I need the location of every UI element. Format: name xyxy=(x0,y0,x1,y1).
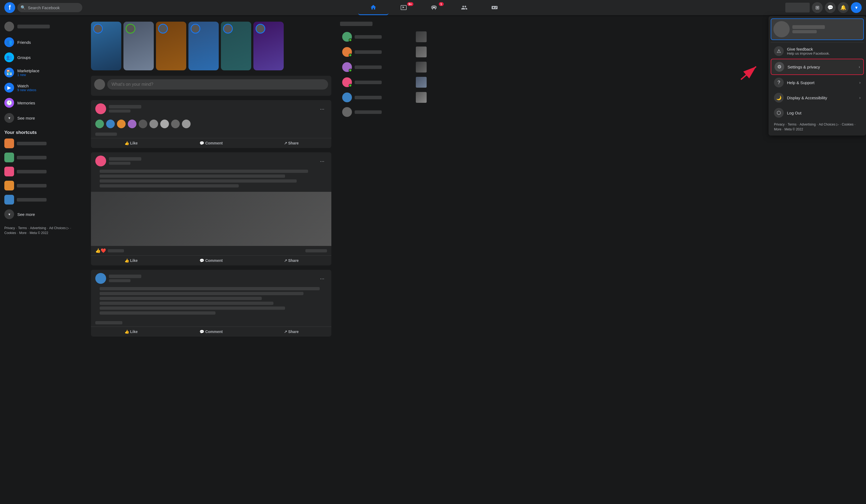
shortcut-item-2[interactable] xyxy=(2,150,85,164)
reactions-count-3 xyxy=(95,321,122,324)
shortcuts-see-more-button[interactable]: ▾ See more xyxy=(2,207,85,222)
shortcut-name-5 xyxy=(17,198,46,202)
post-avatar-1 xyxy=(95,103,106,114)
contact-item-4[interactable] xyxy=(340,75,429,90)
post-share-button-3[interactable]: ↗ Share xyxy=(251,327,331,336)
post-comment-button-1[interactable]: 💬 Comment xyxy=(171,138,251,148)
sidebar-item-friends[interactable]: 👥 Friends xyxy=(2,35,85,50)
contact-item-1[interactable] xyxy=(340,29,429,44)
sidebar-item-memories[interactable]: 🕐 Memories xyxy=(2,95,85,110)
top-navigation: f 🔍 Search Facebook 9+ 1 ⊞ 💬 🔔 ▾ xyxy=(0,0,433,15)
post-reactions-1 xyxy=(91,130,331,138)
footer-adchoices-link[interactable]: Ad Choices ▷ xyxy=(49,226,69,230)
post-content-3b xyxy=(100,292,303,295)
nav-marketplace-button[interactable]: 1 xyxy=(419,0,433,15)
contact-item-3[interactable] xyxy=(340,59,429,75)
post-like-button-2[interactable]: 👍 Like xyxy=(91,256,171,265)
post-comment-button-2[interactable]: 💬 Comment xyxy=(171,256,251,265)
shortcuts-section-title: Your shortcuts xyxy=(2,128,85,136)
contact-item-5[interactable] xyxy=(340,90,429,105)
main-layout: 👥 Friends 👥 Groups 🏪 Marketplace 1 new ▶… xyxy=(0,15,433,504)
post-content-3d xyxy=(100,302,274,305)
footer-privacy-link[interactable]: Privacy xyxy=(4,226,15,230)
post-author-1 xyxy=(109,105,141,108)
shortcut-item-1[interactable] xyxy=(2,136,85,150)
post-options-1[interactable]: ··· xyxy=(317,104,327,114)
contact-thumb-2 xyxy=(416,47,426,57)
post-author-3 xyxy=(109,275,141,278)
nav-home-button[interactable] xyxy=(358,0,388,15)
story-card-1[interactable] xyxy=(91,22,121,70)
story-card-6[interactable] xyxy=(253,22,284,70)
story-card-3[interactable] xyxy=(156,22,186,70)
footer-more-link[interactable]: More xyxy=(19,231,26,235)
shortcut-name-2 xyxy=(17,156,46,159)
contact-name-6 xyxy=(355,110,382,114)
footer-advertising-link[interactable]: Advertising xyxy=(30,226,46,230)
group-avatar-1 xyxy=(95,119,104,128)
feed-area: ··· 👍 Like 💬 Comment ↗ xyxy=(87,15,336,504)
online-indicator-3 xyxy=(349,69,352,72)
sidebar-left: 👥 Friends 👥 Groups 🏪 Marketplace 1 new ▶… xyxy=(0,15,87,504)
sidebar-watch-label: Watch xyxy=(17,83,36,88)
story-card-4[interactable] xyxy=(188,22,219,70)
nav-watch-button[interactable]: 9+ xyxy=(388,0,419,15)
shortcuts-chevron-icon: ▾ xyxy=(4,209,14,219)
shortcut-name-1 xyxy=(17,142,46,145)
shortcut-name-4 xyxy=(17,184,46,187)
nav-left: f 🔍 Search Facebook xyxy=(4,2,82,13)
reaction-emoji-2: 👍❤️ xyxy=(95,248,106,253)
sidebar-groups-label: Groups xyxy=(17,55,31,60)
shortcut-item-5[interactable] xyxy=(2,193,85,207)
sidebar-see-more-button[interactable]: ▾ See more xyxy=(2,110,85,126)
contact-name-2 xyxy=(355,50,382,54)
story-card-2[interactable] xyxy=(123,22,154,70)
contact-avatar-6 xyxy=(342,107,352,117)
post-comment-button-3[interactable]: 💬 Comment xyxy=(171,327,251,336)
composer-avatar xyxy=(94,79,105,90)
footer-meta: Meta © 2022 xyxy=(30,231,48,235)
watch-icon: ▶ xyxy=(4,83,14,92)
sidebar-item-watch[interactable]: ▶ Watch 9 new videos xyxy=(2,80,85,95)
sidebar-profile-item[interactable] xyxy=(2,20,85,34)
online-indicator-4 xyxy=(349,84,352,87)
story-avatar-4 xyxy=(191,24,200,34)
post-author-2 xyxy=(109,157,141,161)
post-like-button-1[interactable]: 👍 Like xyxy=(91,138,171,148)
sidebar-see-more-label: See more xyxy=(17,116,35,121)
contact-thumb-5 xyxy=(416,92,426,103)
contacts-title-blur xyxy=(340,22,373,26)
groups-icon: 👥 xyxy=(4,53,14,62)
story-card-5[interactable] xyxy=(221,22,251,70)
post-options-3[interactable]: ··· xyxy=(317,274,327,283)
post-share-button-2[interactable]: ↗ Share xyxy=(251,256,331,265)
friends-icon: 👥 xyxy=(4,37,14,47)
post-reactions-2: 👍❤️ xyxy=(91,246,331,255)
post-options-2[interactable]: ··· xyxy=(317,156,327,166)
contact-thumb-3 xyxy=(416,62,426,72)
post-like-button-3[interactable]: 👍 Like xyxy=(91,327,171,336)
contact-item-6[interactable] xyxy=(340,105,429,119)
group-avatar-8 xyxy=(171,119,180,128)
search-bar[interactable]: 🔍 Search Facebook xyxy=(17,3,82,12)
contact-name-5 xyxy=(355,96,382,99)
sidebar-watch-sub: 9 new videos xyxy=(17,88,36,92)
sidebar-memories-label: Memories xyxy=(17,101,35,105)
shortcut-name-3 xyxy=(17,170,46,173)
sidebar-item-marketplace[interactable]: 🏪 Marketplace 1 new xyxy=(2,65,85,80)
contact-item-2[interactable] xyxy=(340,44,429,59)
post-share-button-1[interactable]: ↗ Share xyxy=(251,138,331,148)
post-time-3 xyxy=(109,279,131,282)
sidebar-item-groups[interactable]: 👥 Groups xyxy=(2,50,85,65)
footer-terms-link[interactable]: Terms xyxy=(18,226,27,230)
footer-cookies-link[interactable]: Cookies xyxy=(4,231,16,235)
post-card-3: ··· 👍 Like 💬 Comment ↗ Share xyxy=(91,270,331,336)
facebook-logo[interactable]: f xyxy=(4,2,15,13)
contact-avatar-5 xyxy=(342,92,352,102)
post-content-3e xyxy=(100,307,285,310)
shortcut-thumb-5 xyxy=(4,195,14,205)
shortcut-item-3[interactable] xyxy=(2,164,85,179)
composer-input[interactable] xyxy=(107,79,328,90)
story-avatar-2 xyxy=(126,24,135,34)
shortcut-item-4[interactable] xyxy=(2,179,85,193)
